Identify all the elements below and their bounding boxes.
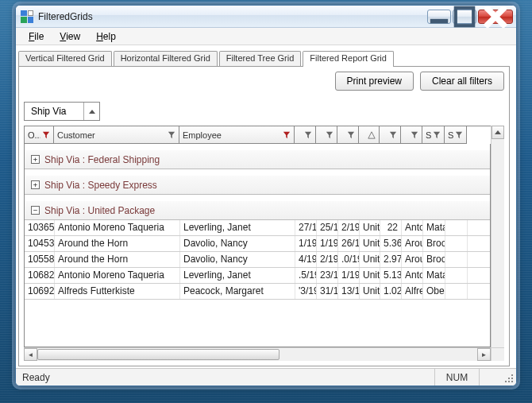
menu-help[interactable]: Help [88, 28, 124, 45]
menu-view[interactable]: View [52, 28, 88, 45]
client-area: Vertical Filtered Grid Horizontal Filter… [16, 45, 516, 368]
col-4[interactable] [316, 126, 337, 144]
scroll-left-button[interactable]: ◄ [24, 348, 37, 361]
collapse-icon[interactable]: − [31, 206, 40, 215]
expand-icon[interactable]: + [31, 180, 40, 189]
group-label: Ship Via : Speedy Express [44, 180, 157, 191]
minimize-button[interactable] [427, 10, 451, 24]
svg-rect-0 [430, 18, 448, 23]
menubar: File View Help [16, 28, 516, 45]
scroll-thumb[interactable] [37, 349, 279, 360]
filter-icon[interactable] [387, 131, 399, 139]
titlebar[interactable]: FilteredGrids [16, 6, 516, 28]
col-order-id[interactable]: O... [24, 126, 54, 144]
scroll-right-button[interactable]: ► [477, 348, 491, 361]
group-row-speedy-express[interactable]: + Ship Via : Speedy Express [25, 176, 490, 195]
maximize-button[interactable] [453, 10, 476, 24]
group-row-federal-shipping[interactable]: + Ship Via : Federal Shipping [25, 150, 490, 169]
col-3[interactable] [295, 126, 316, 144]
filter-icon[interactable] [409, 131, 420, 139]
filter-icon[interactable] [281, 131, 292, 139]
svg-rect-1 [456, 7, 473, 25]
menu-file[interactable]: File [21, 28, 52, 45]
close-button[interactable] [478, 10, 513, 24]
expand-icon[interactable]: + [31, 155, 40, 164]
tab-filtered-report-grid[interactable]: Filtered Report Grid [303, 51, 394, 67]
grid: O... Customer Employee S... S... [24, 126, 504, 361]
col-5[interactable] [337, 126, 359, 144]
clear-all-filters-button[interactable]: Clear all filters [420, 72, 504, 91]
statusbar: Ready NUM [16, 368, 516, 386]
filter-icon[interactable] [166, 131, 177, 139]
tab-filtered-tree-grid[interactable]: Filtered Tree Grid [219, 51, 302, 66]
col-8[interactable] [401, 126, 422, 144]
svg-rect-3 [508, 378, 510, 379]
group-by-sort-icon[interactable] [83, 103, 99, 120]
group-by-chip-label: Ship Via [25, 103, 83, 119]
tab-strip: Vertical Filtered Grid Horizontal Filter… [18, 48, 510, 66]
col-employee[interactable]: Employee [179, 126, 295, 144]
table-row[interactable]: 10365 Antonio Moreno Taqueria Leverling,… [25, 220, 490, 236]
filter-icon[interactable] [345, 131, 357, 139]
status-ready: Ready [16, 369, 435, 386]
table-row[interactable]: 10558 Around the Horn Davolio, Nancy 4/1… [25, 252, 490, 268]
app-window: FilteredGrids File View Help Vertical Fi… [15, 5, 517, 386]
group-label: Ship Via : United Package [44, 205, 155, 216]
filter-icon[interactable] [303, 131, 314, 139]
horizontal-scrollbar[interactable]: ◄ ► [24, 347, 491, 361]
table-row[interactable]: 10453 Around the Horn Davolio, Nancy 1/1… [25, 236, 490, 252]
group-by-area[interactable]: Ship Via [24, 102, 504, 121]
table-row[interactable]: 10692 Alfreds Futterkiste Peacock, Marga… [25, 284, 490, 300]
svg-rect-7 [511, 381, 513, 382]
window-title: FilteredGrids [38, 11, 427, 22]
tab-vertical-filtered-grid[interactable]: Vertical Filtered Grid [18, 51, 112, 66]
app-icon [21, 10, 33, 23]
column-headers: O... Customer Employee S... S... [24, 126, 491, 144]
svg-rect-5 [505, 381, 507, 382]
status-empty [480, 369, 502, 386]
filter-icon[interactable] [366, 131, 377, 139]
tab-horizontal-filtered-grid[interactable]: Horizontal Filtered Grid [114, 51, 218, 66]
filter-icon[interactable] [431, 131, 442, 139]
grid-body: + Ship Via : Federal Shipping + Ship Via… [24, 144, 491, 347]
col-ship-address[interactable]: S... [445, 126, 467, 144]
filter-icon[interactable] [324, 131, 335, 139]
filter-icon[interactable] [40, 131, 52, 139]
group-row-united-package[interactable]: − Ship Via : United Package [25, 201, 490, 220]
filter-icon[interactable] [453, 131, 465, 139]
status-num: NUM [435, 369, 480, 386]
table-row[interactable]: 10682 Antonio Moreno Taqueria Leverling,… [25, 268, 490, 284]
col-6[interactable] [359, 126, 380, 144]
scroll-corner [491, 347, 504, 361]
svg-rect-2 [511, 374, 513, 376]
col-customer[interactable]: Customer [54, 126, 179, 144]
print-preview-button[interactable]: Print preview [335, 72, 414, 91]
svg-rect-4 [511, 378, 513, 379]
group-label: Ship Via : Federal Shipping [44, 154, 160, 165]
col-ship-name[interactable]: S... [422, 126, 445, 144]
tab-content: Print preview Clear all filters Ship Via… [18, 66, 510, 366]
svg-rect-6 [508, 381, 510, 382]
group-by-chip-ship-via[interactable]: Ship Via [24, 102, 100, 121]
scroll-up-button[interactable] [492, 126, 504, 139]
col-7[interactable] [380, 126, 401, 144]
vertical-scrollbar[interactable] [491, 126, 504, 361]
resize-grip[interactable] [502, 369, 516, 386]
